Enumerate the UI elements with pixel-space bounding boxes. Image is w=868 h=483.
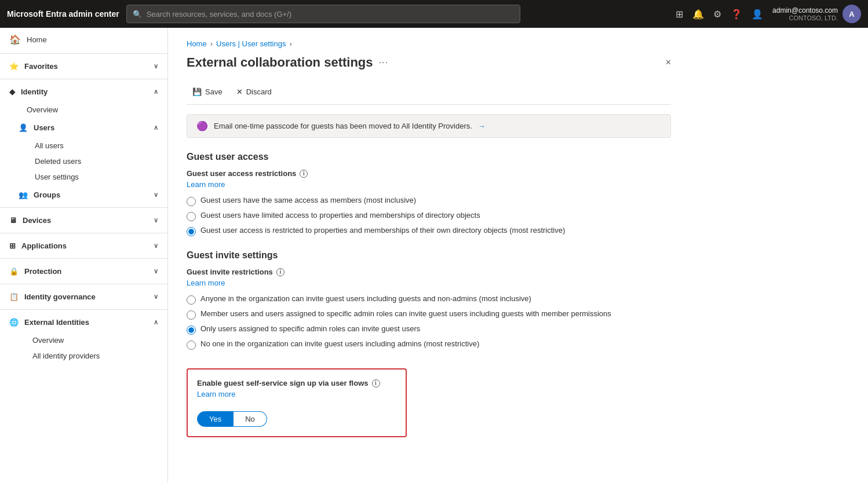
- breadcrumb-separator-1: ›: [210, 39, 213, 48]
- breadcrumb-users-settings[interactable]: Users | User settings: [216, 39, 286, 48]
- identity-governance-chevron: ∨: [154, 293, 158, 301]
- sidebar-item-external-identities[interactable]: 🌐 External Identities ∧: [0, 312, 167, 332]
- identity-icon: ◆: [9, 87, 15, 96]
- favorites-label: Favorites: [24, 62, 58, 71]
- search-input[interactable]: [147, 10, 514, 19]
- person-icon[interactable]: 👤: [752, 9, 763, 20]
- breadcrumb-home[interactable]: Home: [187, 39, 207, 48]
- more-options-button[interactable]: ···: [379, 57, 388, 68]
- applications-icon: ⊞: [9, 241, 16, 250]
- sidebar-item-protection[interactable]: 🔒 Protection ∨: [0, 261, 167, 281]
- toggle-no-button[interactable]: No: [234, 411, 267, 427]
- favorites-chevron: ∨: [154, 63, 158, 70]
- devices-chevron: ∨: [154, 217, 158, 224]
- user-info[interactable]: admin@contoso.com CONTOSO, LTD. A: [772, 5, 861, 23]
- star-icon: ⭐: [9, 62, 19, 71]
- banner-link[interactable]: →: [478, 122, 486, 130]
- sidebar-item-overview[interactable]: Overview: [0, 102, 167, 118]
- groups-chevron: ∨: [154, 191, 158, 199]
- sidebar-item-identity[interactable]: ◆ Identity ∧: [0, 82, 167, 102]
- guest-invite-option-1[interactable]: Anyone in the organization can invite gu…: [187, 294, 671, 305]
- content-area: Home › Users | User settings › External …: [168, 28, 868, 483]
- guest-invite-section: Guest invite settings Guest invite restr…: [187, 250, 671, 350]
- guest-invite-info-icon[interactable]: i: [276, 268, 285, 276]
- apps-icon[interactable]: ⊞: [676, 9, 683, 20]
- sidebar-item-applications[interactable]: ⊞ Applications ∨: [0, 236, 167, 256]
- guest-invite-radio-1[interactable]: [187, 295, 196, 305]
- guest-invite-learn-more[interactable]: Learn more: [187, 279, 225, 287]
- sidebar-item-users[interactable]: 👤 Users ∧: [0, 118, 167, 138]
- discard-label: Discard: [246, 87, 272, 96]
- guest-invite-option-2-label: Member users and users assigned to speci…: [200, 309, 611, 318]
- guest-access-option-1[interactable]: Guest users have the same access as memb…: [187, 196, 671, 206]
- search-bar[interactable]: 🔍: [126, 5, 520, 23]
- sidebar: 🏠 Home ⭐ Favorites ∨ ◆ Identity ∧ Overvi…: [0, 28, 168, 483]
- guest-invite-radio-4[interactable]: [187, 341, 196, 350]
- user-settings-label: User settings: [35, 173, 79, 181]
- guest-access-info-icon[interactable]: i: [300, 170, 308, 178]
- identity-governance-icon: 📋: [9, 292, 19, 301]
- guest-invite-option-3[interactable]: Only users assigned to specific admin ro…: [187, 324, 671, 335]
- discard-icon: ✕: [236, 87, 243, 96]
- guest-invite-option-1-label: Anyone in the organization can invite gu…: [200, 294, 531, 303]
- guest-invite-option-2[interactable]: Member users and users assigned to speci…: [187, 309, 671, 320]
- guest-invite-option-3-label: Only users assigned to specific admin ro…: [200, 324, 420, 333]
- toggle-yes-button[interactable]: Yes: [197, 411, 234, 427]
- help-icon[interactable]: ❓: [731, 9, 742, 20]
- identity-chevron: ∧: [154, 88, 158, 96]
- discard-button[interactable]: ✕ Discard: [231, 84, 278, 100]
- external-identities-chevron: ∧: [154, 319, 158, 326]
- info-banner: 🟣 Email one-time passcode for guests has…: [187, 114, 671, 138]
- save-button[interactable]: 💾 Save: [187, 84, 228, 100]
- home-icon: 🏠: [9, 34, 21, 45]
- self-service-section: Enable guest self-service sign up via us…: [187, 368, 407, 437]
- bell-icon[interactable]: 🔔: [692, 9, 704, 20]
- groups-icon: 👥: [19, 191, 28, 199]
- sidebar-item-all-users[interactable]: All users: [0, 138, 167, 153]
- sidebar-item-groups[interactable]: 👥 Groups ∨: [0, 185, 167, 205]
- sidebar-item-favorites[interactable]: ⭐ Favorites ∨: [0, 56, 167, 76]
- sidebar-item-identity-governance[interactable]: 📋 Identity governance ∨: [0, 287, 167, 307]
- guest-invite-restrictions-label: Guest invite restrictions i: [187, 268, 671, 276]
- sidebar-item-devices[interactable]: 🖥 Devices ∨: [0, 210, 167, 230]
- save-icon: 💾: [192, 87, 202, 96]
- sidebar-item-ext-overview[interactable]: Overview: [0, 332, 167, 348]
- topbar-icons: ⊞ 🔔 ⚙ ❓ 👤 admin@contoso.com CONTOSO, LTD…: [676, 5, 861, 23]
- sidebar-item-user-settings[interactable]: User settings: [0, 169, 167, 185]
- guest-access-radio-2[interactable]: [187, 212, 196, 221]
- deleted-users-label: Deleted users: [35, 157, 81, 166]
- sidebar-item-deleted-users[interactable]: Deleted users: [0, 153, 167, 169]
- guest-access-option-2[interactable]: Guest users have limited access to prope…: [187, 211, 671, 221]
- sidebar-item-all-identity-providers[interactable]: All identity providers: [0, 348, 167, 364]
- devices-icon: 🖥: [9, 216, 17, 225]
- breadcrumb: Home › Users | User settings ›: [187, 39, 671, 48]
- guest-access-option-3[interactable]: Guest user access is restricted to prope…: [187, 226, 671, 236]
- topbar: Microsoft Entra admin center 🔍 ⊞ 🔔 ⚙ ❓ 👤…: [0, 0, 868, 28]
- guest-invite-title: Guest invite settings: [187, 250, 671, 261]
- self-service-learn-more[interactable]: Learn more: [197, 390, 235, 398]
- users-chevron: ∧: [154, 124, 158, 131]
- save-label: Save: [205, 87, 223, 96]
- toggle-group: Yes No: [197, 411, 396, 427]
- home-label: Home: [27, 35, 47, 44]
- users-label: Users: [34, 123, 54, 132]
- app-title: Microsoft Entra admin center: [7, 9, 119, 19]
- gear-icon[interactable]: ⚙: [713, 9, 721, 20]
- guest-user-access-section: Guest user access Guest user access rest…: [187, 152, 671, 236]
- guest-access-radio-group: Guest users have the same access as memb…: [187, 196, 671, 236]
- guest-access-learn-more[interactable]: Learn more: [187, 180, 225, 189]
- guest-access-option-2-label: Guest users have limited access to prope…: [200, 211, 480, 219]
- search-icon: 🔍: [133, 10, 142, 19]
- protection-label: Protection: [24, 267, 61, 276]
- self-service-info-icon[interactable]: i: [372, 379, 380, 387]
- external-identities-label: External Identities: [24, 318, 89, 327]
- guest-access-radio-3[interactable]: [187, 227, 196, 236]
- guest-access-radio-1[interactable]: [187, 197, 196, 206]
- guest-invite-radio-2[interactable]: [187, 310, 196, 320]
- sidebar-item-home[interactable]: 🏠 Home: [0, 28, 167, 51]
- guest-invite-option-4[interactable]: No one in the organization can invite gu…: [187, 339, 671, 350]
- close-button[interactable]: ×: [666, 57, 671, 68]
- guest-invite-radio-3[interactable]: [187, 325, 196, 335]
- applications-chevron: ∨: [154, 242, 158, 250]
- avatar[interactable]: A: [843, 5, 861, 23]
